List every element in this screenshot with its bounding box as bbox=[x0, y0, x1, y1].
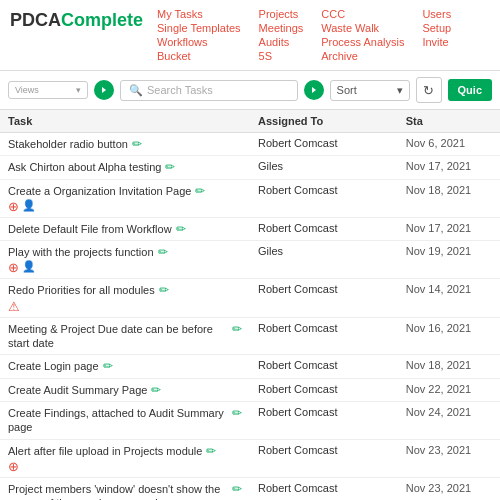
person-icon: 👤 bbox=[22, 200, 36, 213]
nav-link-process-analysis[interactable]: Process Analysis bbox=[321, 36, 404, 48]
assigned-cell-2: Robert Comcast bbox=[250, 179, 398, 217]
date-cell-6: Nov 16, 2021 bbox=[398, 317, 500, 355]
edit-icon[interactable]: ✏ bbox=[132, 137, 142, 151]
nav-col-2: ProjectsMeetingsAudits5S bbox=[259, 8, 304, 62]
task-name: Redo Priorities for all modules bbox=[8, 283, 155, 297]
edit-icon[interactable]: ✏ bbox=[151, 383, 161, 397]
assigned-cell-8: Robert Comcast bbox=[250, 378, 398, 401]
date-cell-10: Nov 23, 2021 bbox=[398, 439, 500, 477]
nav-link-archive[interactable]: Archive bbox=[321, 50, 404, 62]
nav-col-3: CCCWaste WalkProcess AnalysisArchive bbox=[321, 8, 404, 62]
assigned-cell-6: Robert Comcast bbox=[250, 317, 398, 355]
task-cell-7: Create Login page✏ bbox=[0, 355, 250, 378]
refresh-button[interactable]: ↻ bbox=[416, 77, 442, 103]
assigned-cell-9: Robert Comcast bbox=[250, 401, 398, 439]
table-row: Create Audit Summary Page✏Robert Comcast… bbox=[0, 378, 500, 401]
edit-icon[interactable]: ✏ bbox=[206, 444, 216, 458]
task-cell-11: Project members 'window' doesn't show th… bbox=[0, 477, 250, 500]
logo-complete: Complete bbox=[61, 10, 143, 31]
task-cell-10: Alert after file upload in Projects modu… bbox=[0, 439, 250, 477]
task-table: Task Assigned To Sta Stakeholder radio b… bbox=[0, 110, 500, 500]
task-name: Create Findings, attached to Audit Summa… bbox=[8, 406, 228, 435]
assigned-cell-4: Giles bbox=[250, 241, 398, 279]
assigned-cell-11: Robert Comcast bbox=[250, 477, 398, 500]
task-cell-1: Ask Chirton about Alpha testing✏ bbox=[0, 156, 250, 179]
edit-icon[interactable]: ✏ bbox=[158, 245, 168, 259]
edit-icon[interactable]: ✏ bbox=[159, 283, 169, 297]
nav-link-invite[interactable]: Invite bbox=[422, 36, 451, 48]
date-cell-7: Nov 18, 2021 bbox=[398, 355, 500, 378]
edit-icon[interactable]: ✏ bbox=[232, 322, 242, 336]
task-name: Meeting & Project Due date can be before… bbox=[8, 322, 228, 351]
edit-icon[interactable]: ✏ bbox=[232, 482, 242, 496]
edit-icon[interactable]: ✏ bbox=[165, 160, 175, 174]
task-name: Stakeholder radio button bbox=[8, 137, 128, 151]
table-row: Play with the projects function⊕👤✏GilesN… bbox=[0, 241, 500, 279]
circle-icon: ⊕ bbox=[8, 200, 19, 213]
assigned-cell-10: Robert Comcast bbox=[250, 439, 398, 477]
edit-icon[interactable]: ✏ bbox=[195, 184, 205, 198]
task-table-container: Task Assigned To Sta Stakeholder radio b… bbox=[0, 110, 500, 500]
table-row: Create Findings, attached to Audit Summa… bbox=[0, 401, 500, 439]
assigned-cell-0: Robert Comcast bbox=[250, 133, 398, 156]
views-select[interactable]: Views ▾ bbox=[8, 81, 88, 99]
svg-marker-0 bbox=[102, 87, 106, 93]
task-cell-9: Create Findings, attached to Audit Summa… bbox=[0, 401, 250, 439]
table-row: Create a Organization Invitation Page⊕👤✏… bbox=[0, 179, 500, 217]
nav-link-5s[interactable]: 5S bbox=[259, 50, 304, 62]
sort-label: Sort bbox=[337, 84, 357, 96]
task-cell-8: Create Audit Summary Page✏ bbox=[0, 378, 250, 401]
nav-link-audits[interactable]: Audits bbox=[259, 36, 304, 48]
table-row: Create Login page✏Robert ComcastNov 18, … bbox=[0, 355, 500, 378]
task-name: Create Login page bbox=[8, 359, 99, 373]
nav-link-users[interactable]: Users bbox=[422, 8, 451, 20]
task-tbody: Stakeholder radio button✏Robert ComcastN… bbox=[0, 133, 500, 501]
nav-link-ccc[interactable]: CCC bbox=[321, 8, 404, 20]
nav-link-setup[interactable]: Setup bbox=[422, 22, 451, 34]
edit-icon[interactable]: ✏ bbox=[176, 222, 186, 236]
nav-col-1: My TasksSingle TemplatesWorkflowsBucket bbox=[157, 8, 241, 62]
views-arrow: ▾ bbox=[76, 85, 81, 95]
table-row: Ask Chirton about Alpha testing✏GilesNov… bbox=[0, 156, 500, 179]
search-arrow-btn[interactable] bbox=[304, 80, 324, 100]
task-cell-6: Meeting & Project Due date can be before… bbox=[0, 317, 250, 355]
quick-button[interactable]: Quic bbox=[448, 79, 492, 101]
table-row: Alert after file upload in Projects modu… bbox=[0, 439, 500, 477]
svg-marker-1 bbox=[312, 87, 316, 93]
circle-icon: ⊕ bbox=[8, 261, 19, 274]
nav-link-meetings[interactable]: Meetings bbox=[259, 22, 304, 34]
date-cell-5: Nov 14, 2021 bbox=[398, 279, 500, 317]
table-row: Redo Priorities for all modules⚠✏Robert … bbox=[0, 279, 500, 317]
date-cell-4: Nov 19, 2021 bbox=[398, 241, 500, 279]
nav-link-waste-walk[interactable]: Waste Walk bbox=[321, 22, 404, 34]
sort-select[interactable]: Sort ▾ bbox=[330, 80, 410, 101]
edit-icon[interactable]: ✏ bbox=[232, 406, 242, 420]
assigned-cell-5: Robert Comcast bbox=[250, 279, 398, 317]
task-cell-0: Stakeholder radio button✏ bbox=[0, 133, 250, 156]
views-arrow-btn[interactable] bbox=[94, 80, 114, 100]
task-name: Play with the projects function bbox=[8, 245, 154, 259]
col-header-assigned: Assigned To bbox=[250, 110, 398, 133]
edit-icon[interactable]: ✏ bbox=[103, 359, 113, 373]
col-header-task: Task bbox=[0, 110, 250, 133]
circle-icon: ⊕ bbox=[8, 460, 19, 473]
search-icon: 🔍 bbox=[129, 84, 143, 97]
toolbar: Views ▾ 🔍 Search Tasks Sort ▾ ↻ Quic bbox=[0, 71, 500, 110]
nav-link-bucket[interactable]: Bucket bbox=[157, 50, 241, 62]
main-nav: My TasksSingle TemplatesWorkflowsBucket … bbox=[157, 8, 490, 62]
refresh-icon: ↻ bbox=[423, 83, 434, 98]
search-box[interactable]: 🔍 Search Tasks bbox=[120, 80, 298, 101]
nav-col-4: UsersSetupInvite bbox=[422, 8, 451, 62]
logo: PDCA Complete bbox=[10, 8, 143, 31]
task-name: Create Audit Summary Page bbox=[8, 383, 147, 397]
task-name: Create a Organization Invitation Page bbox=[8, 184, 191, 198]
nav-link-workflows[interactable]: Workflows bbox=[157, 36, 241, 48]
date-cell-2: Nov 18, 2021 bbox=[398, 179, 500, 217]
task-cell-2: Create a Organization Invitation Page⊕👤✏ bbox=[0, 179, 250, 217]
table-row: Delete Default File from Workflow✏Robert… bbox=[0, 217, 500, 240]
nav-link-my-tasks[interactable]: My Tasks bbox=[157, 8, 241, 20]
nav-link-projects[interactable]: Projects bbox=[259, 8, 304, 20]
logo-pdca: PDCA bbox=[10, 10, 61, 31]
nav-link-single-templates[interactable]: Single Templates bbox=[157, 22, 241, 34]
person-icon: 👤 bbox=[22, 261, 36, 274]
